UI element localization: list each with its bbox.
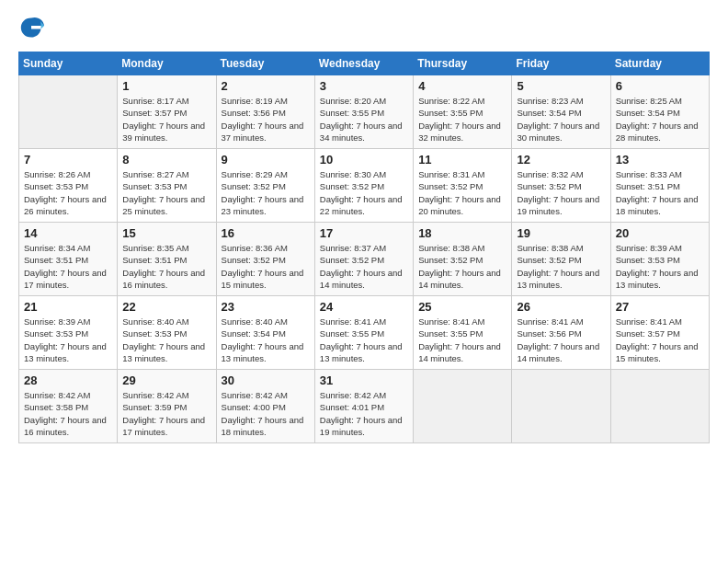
day-number: 5 xyxy=(517,79,605,93)
calendar-cell: 8Sunrise: 8:27 AMSunset: 3:53 PMDaylight… xyxy=(118,149,216,223)
cell-info: Sunrise: 8:23 AMSunset: 3:54 PMDaylight:… xyxy=(517,95,605,144)
calendar-cell: 31Sunrise: 8:42 AMSunset: 4:01 PMDayligh… xyxy=(314,370,413,443)
calendar-cell: 20Sunrise: 8:39 AMSunset: 3:53 PMDayligh… xyxy=(610,223,709,296)
calendar-cell: 18Sunrise: 8:38 AMSunset: 3:52 PMDayligh… xyxy=(414,223,512,296)
cell-info: Sunrise: 8:39 AMSunset: 3:53 PMDaylight:… xyxy=(24,316,112,364)
cell-info: Sunrise: 8:19 AMSunset: 3:56 PMDaylight:… xyxy=(222,95,310,144)
day-number: 13 xyxy=(616,153,704,167)
day-number: 31 xyxy=(320,373,408,387)
day-number: 27 xyxy=(616,300,704,314)
cell-info: Sunrise: 8:36 AMSunset: 3:52 PMDaylight:… xyxy=(222,242,310,291)
cell-info: Sunrise: 8:41 AMSunset: 3:57 PMDaylight:… xyxy=(616,316,704,364)
day-number: 21 xyxy=(24,300,112,314)
calendar-cell: 28Sunrise: 8:42 AMSunset: 3:58 PMDayligh… xyxy=(19,370,118,443)
calendar-cell: 26Sunrise: 8:41 AMSunset: 3:56 PMDayligh… xyxy=(512,296,610,370)
calendar-cell: 15Sunrise: 8:35 AMSunset: 3:51 PMDayligh… xyxy=(118,223,216,296)
day-number: 7 xyxy=(24,153,112,167)
cell-info: Sunrise: 8:30 AMSunset: 3:52 PMDaylight:… xyxy=(320,168,408,217)
day-number: 19 xyxy=(517,226,605,240)
header-day-wednesday: Wednesday xyxy=(314,52,413,75)
day-number: 4 xyxy=(418,79,506,93)
header-day-sunday: Sunday xyxy=(19,52,118,75)
calendar-week-row: 7Sunrise: 8:26 AMSunset: 3:53 PMDaylight… xyxy=(19,149,710,223)
calendar-cell xyxy=(512,370,610,443)
cell-info: Sunrise: 8:42 AMSunset: 4:01 PMDaylight:… xyxy=(320,389,408,438)
cell-info: Sunrise: 8:32 AMSunset: 3:52 PMDaylight:… xyxy=(517,168,605,217)
calendar-cell: 11Sunrise: 8:31 AMSunset: 3:52 PMDayligh… xyxy=(414,149,512,223)
cell-info: Sunrise: 8:42 AMSunset: 3:59 PMDaylight:… xyxy=(122,389,210,438)
day-number: 16 xyxy=(222,226,310,240)
day-number: 8 xyxy=(122,153,210,167)
calendar-cell: 16Sunrise: 8:36 AMSunset: 3:52 PMDayligh… xyxy=(216,223,314,296)
calendar-cell: 30Sunrise: 8:42 AMSunset: 4:00 PMDayligh… xyxy=(216,370,314,443)
day-number: 23 xyxy=(222,300,310,314)
day-number: 26 xyxy=(517,300,605,314)
day-number: 17 xyxy=(320,226,408,240)
cell-info: Sunrise: 8:31 AMSunset: 3:52 PMDaylight:… xyxy=(418,168,506,217)
day-number: 20 xyxy=(616,226,704,240)
logo-icon xyxy=(18,15,44,40)
calendar-cell: 6Sunrise: 8:25 AMSunset: 3:54 PMDaylight… xyxy=(610,75,709,149)
calendar-week-row: 28Sunrise: 8:42 AMSunset: 3:58 PMDayligh… xyxy=(19,370,710,443)
cell-info: Sunrise: 8:35 AMSunset: 3:51 PMDaylight:… xyxy=(122,242,210,291)
calendar-cell: 17Sunrise: 8:37 AMSunset: 3:52 PMDayligh… xyxy=(314,223,413,296)
cell-info: Sunrise: 8:22 AMSunset: 3:55 PMDaylight:… xyxy=(418,95,506,144)
calendar-cell: 23Sunrise: 8:40 AMSunset: 3:54 PMDayligh… xyxy=(216,296,314,370)
calendar-cell xyxy=(610,370,709,443)
calendar-cell: 25Sunrise: 8:41 AMSunset: 3:55 PMDayligh… xyxy=(414,296,512,370)
calendar-cell: 24Sunrise: 8:41 AMSunset: 3:55 PMDayligh… xyxy=(314,296,413,370)
header-row: SundayMondayTuesdayWednesdayThursdayFrid… xyxy=(19,52,710,75)
cell-info: Sunrise: 8:37 AMSunset: 3:52 PMDaylight:… xyxy=(320,242,408,291)
day-number: 15 xyxy=(122,226,210,240)
cell-info: Sunrise: 8:38 AMSunset: 3:52 PMDaylight:… xyxy=(418,242,506,291)
cell-info: Sunrise: 8:26 AMSunset: 3:53 PMDaylight:… xyxy=(24,168,112,217)
calendar-cell: 13Sunrise: 8:33 AMSunset: 3:51 PMDayligh… xyxy=(610,149,709,223)
cell-info: Sunrise: 8:34 AMSunset: 3:51 PMDaylight:… xyxy=(24,242,112,291)
day-number: 11 xyxy=(418,153,506,167)
calendar-cell: 7Sunrise: 8:26 AMSunset: 3:53 PMDaylight… xyxy=(19,149,118,223)
cell-info: Sunrise: 8:17 AMSunset: 3:57 PMDaylight:… xyxy=(122,95,210,144)
header xyxy=(18,15,710,40)
cell-info: Sunrise: 8:41 AMSunset: 3:56 PMDaylight:… xyxy=(517,316,605,364)
logo xyxy=(18,15,48,40)
calendar-cell: 4Sunrise: 8:22 AMSunset: 3:55 PMDaylight… xyxy=(414,75,512,149)
calendar-week-row: 1Sunrise: 8:17 AMSunset: 3:57 PMDaylight… xyxy=(19,75,710,149)
calendar-cell: 5Sunrise: 8:23 AMSunset: 3:54 PMDaylight… xyxy=(512,75,610,149)
calendar-cell: 27Sunrise: 8:41 AMSunset: 3:57 PMDayligh… xyxy=(610,296,709,370)
calendar-header: SundayMondayTuesdayWednesdayThursdayFrid… xyxy=(19,52,710,75)
calendar-table: SundayMondayTuesdayWednesdayThursdayFrid… xyxy=(18,52,710,443)
calendar-cell: 2Sunrise: 8:19 AMSunset: 3:56 PMDaylight… xyxy=(216,75,314,149)
header-day-monday: Monday xyxy=(118,52,216,75)
cell-info: Sunrise: 8:20 AMSunset: 3:55 PMDaylight:… xyxy=(320,95,408,144)
calendar-cell xyxy=(414,370,512,443)
day-number: 25 xyxy=(418,300,506,314)
calendar-cell: 21Sunrise: 8:39 AMSunset: 3:53 PMDayligh… xyxy=(19,296,118,370)
calendar-page: SundayMondayTuesdayWednesdayThursdayFrid… xyxy=(0,0,728,563)
header-day-tuesday: Tuesday xyxy=(216,52,314,75)
header-day-friday: Friday xyxy=(512,52,610,75)
cell-info: Sunrise: 8:27 AMSunset: 3:53 PMDaylight:… xyxy=(122,168,210,217)
day-number: 2 xyxy=(222,79,310,93)
cell-info: Sunrise: 8:41 AMSunset: 3:55 PMDaylight:… xyxy=(418,316,506,364)
calendar-cell: 3Sunrise: 8:20 AMSunset: 3:55 PMDaylight… xyxy=(314,75,413,149)
cell-info: Sunrise: 8:42 AMSunset: 3:58 PMDaylight:… xyxy=(24,389,112,438)
day-number: 10 xyxy=(320,153,408,167)
calendar-cell: 9Sunrise: 8:29 AMSunset: 3:52 PMDaylight… xyxy=(216,149,314,223)
calendar-week-row: 14Sunrise: 8:34 AMSunset: 3:51 PMDayligh… xyxy=(19,223,710,296)
cell-info: Sunrise: 8:42 AMSunset: 4:00 PMDaylight:… xyxy=(222,389,310,438)
day-number: 29 xyxy=(122,373,210,387)
day-number: 3 xyxy=(320,79,408,93)
day-number: 18 xyxy=(418,226,506,240)
calendar-cell: 14Sunrise: 8:34 AMSunset: 3:51 PMDayligh… xyxy=(19,223,118,296)
day-number: 1 xyxy=(122,79,210,93)
day-number: 9 xyxy=(222,153,310,167)
day-number: 12 xyxy=(517,153,605,167)
calendar-cell: 1Sunrise: 8:17 AMSunset: 3:57 PMDaylight… xyxy=(118,75,216,149)
calendar-cell: 12Sunrise: 8:32 AMSunset: 3:52 PMDayligh… xyxy=(512,149,610,223)
cell-info: Sunrise: 8:40 AMSunset: 3:54 PMDaylight:… xyxy=(222,316,310,364)
calendar-week-row: 21Sunrise: 8:39 AMSunset: 3:53 PMDayligh… xyxy=(19,296,710,370)
cell-info: Sunrise: 8:41 AMSunset: 3:55 PMDaylight:… xyxy=(320,316,408,364)
cell-info: Sunrise: 8:29 AMSunset: 3:52 PMDaylight:… xyxy=(222,168,310,217)
cell-info: Sunrise: 8:38 AMSunset: 3:52 PMDaylight:… xyxy=(517,242,605,291)
calendar-body: 1Sunrise: 8:17 AMSunset: 3:57 PMDaylight… xyxy=(19,75,710,443)
